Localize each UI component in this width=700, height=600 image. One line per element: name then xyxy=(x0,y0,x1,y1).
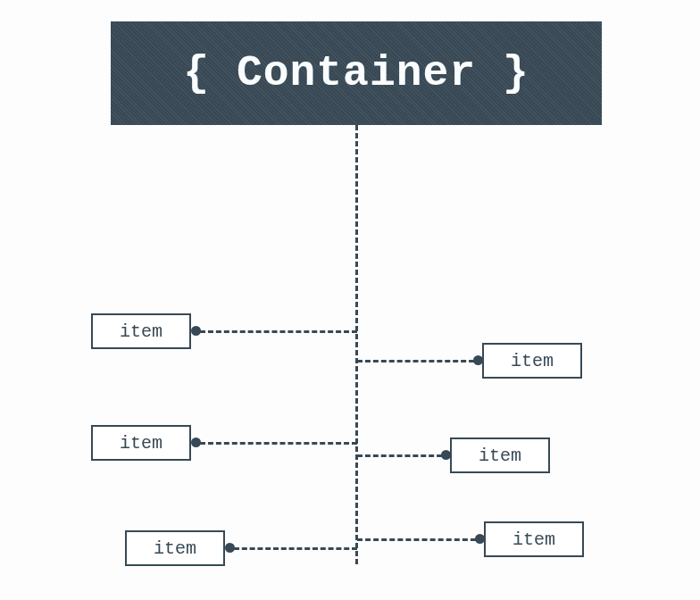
item-node-right-2: item xyxy=(450,438,550,473)
item-label: item xyxy=(511,351,554,371)
trunk-connector xyxy=(355,125,358,564)
item-label: item xyxy=(479,446,521,466)
branch-connector xyxy=(234,547,357,550)
item-node-right-1: item xyxy=(482,343,582,379)
item-node-right-3: item xyxy=(484,521,584,557)
item-node-left-1: item xyxy=(91,313,191,349)
item-label: item xyxy=(120,321,162,342)
branch-connector xyxy=(357,538,484,541)
branch-connector xyxy=(200,330,357,333)
item-label: item xyxy=(154,538,196,559)
item-node-left-2: item xyxy=(91,425,191,461)
item-label: item xyxy=(120,433,162,454)
branch-connector xyxy=(357,454,450,457)
item-node-left-3: item xyxy=(125,530,225,566)
branch-connector xyxy=(200,442,357,445)
container-label: { Container } xyxy=(183,49,529,97)
item-label: item xyxy=(512,529,555,550)
branch-connector xyxy=(357,360,482,362)
container-node: { Container } xyxy=(111,21,602,125)
